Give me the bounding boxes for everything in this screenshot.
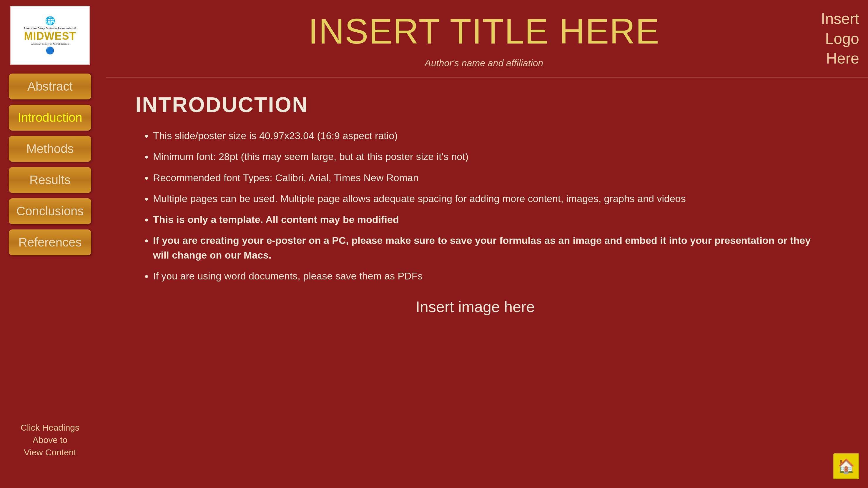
- section-title: INTRODUCTION: [135, 93, 815, 117]
- home-button[interactable]: 🏠: [833, 453, 859, 479]
- sidebar-hint: Click Headings Above toView Content: [0, 422, 100, 459]
- globe-icon: 🌐: [45, 16, 55, 26]
- page-title: INSERT TITLE HERE: [159, 12, 809, 51]
- content-area: INTRODUCTION This slide/poster size is 4…: [106, 87, 868, 322]
- logo-text-top: American Dairy Science Association®: [24, 27, 76, 30]
- nav-abstract-button[interactable]: Abstract: [9, 73, 91, 99]
- header-area: INSERT TITLE HERE Author's name and affi…: [106, 0, 868, 74]
- logo-text-bottom: American Society of Animal Science: [31, 43, 69, 45]
- list-item: This slide/poster size is 40.97x23.04 (1…: [153, 129, 815, 143]
- seal-icon: 🔵: [45, 46, 55, 55]
- organization-logo: 🌐 American Dairy Science Association® MI…: [10, 6, 90, 65]
- sidebar: 🌐 American Dairy Science Association® MI…: [0, 0, 100, 488]
- header-divider: [106, 77, 868, 78]
- author-affiliation: Author's name and affiliation: [159, 58, 809, 69]
- list-item: Minimum font: 28pt (this may seem large,…: [153, 150, 815, 164]
- nav-conclusions-button[interactable]: Conclusions: [9, 198, 91, 224]
- nav-references-button[interactable]: References: [9, 229, 91, 255]
- list-item: Multiple pages can be used. Multiple pag…: [153, 192, 815, 206]
- bullet-list: This slide/poster size is 40.97x23.04 (1…: [135, 129, 815, 283]
- logo-midwest-label: MIDWEST: [24, 31, 76, 41]
- list-item: Recommended font Types: Calibri, Arial, …: [153, 171, 815, 185]
- list-item: If you are using word documents, please …: [153, 269, 815, 283]
- nav-methods-button[interactable]: Methods: [9, 136, 91, 162]
- nav-introduction-button[interactable]: Introduction: [9, 105, 91, 131]
- list-item: If you are creating your e-poster on a P…: [153, 233, 815, 262]
- insert-image-placeholder: Insert image here: [135, 298, 815, 316]
- main-content: INSERT TITLE HERE Author's name and affi…: [106, 0, 868, 488]
- nav-results-button[interactable]: Results: [9, 167, 91, 193]
- list-item: This is only a template. All content may…: [153, 213, 815, 227]
